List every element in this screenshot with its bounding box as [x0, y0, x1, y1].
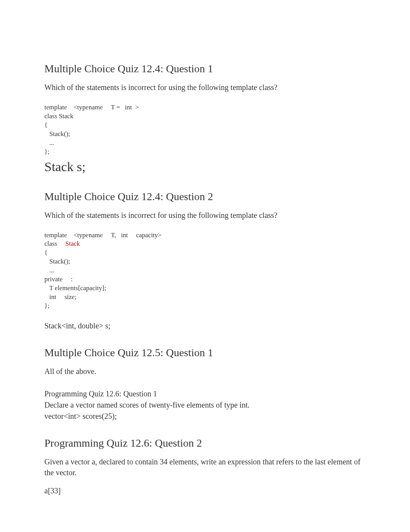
quiz-heading-12-6-q1: Programming Quiz 12.6: Question 1: [44, 388, 366, 399]
question-prompt: Declare a vector named scores of twenty-…: [44, 399, 366, 411]
quiz-heading-12-4-q2: Multiple Choice Quiz 12.4: Question 2: [44, 190, 366, 203]
code-line: template <typename T = int >: [44, 104, 139, 111]
code-line: };: [44, 302, 49, 309]
answer-text: Stack s;: [44, 160, 366, 174]
code-line: int size;: [44, 293, 76, 301]
answer-text: a[33]: [44, 486, 366, 495]
code-line: class Stack: [44, 112, 73, 120]
question-prompt: Given a vector a, declared to contain 34…: [44, 456, 366, 478]
code-line: {: [44, 121, 47, 129]
code-line: T elements[capacity];: [44, 284, 106, 292]
code-token: class: [44, 240, 65, 247]
question-prompt: Which of the statements is incorrect for…: [44, 82, 366, 93]
quiz-heading-12-4-q1: Multiple Choice Quiz 12.4: Question 1: [44, 63, 366, 75]
code-line: private :: [44, 275, 73, 283]
code-line: class Stack: [44, 240, 80, 247]
answer-text: All of the above.: [44, 366, 366, 377]
code-line: ...: [44, 267, 54, 274]
code-line: template <typename T, int capacity>: [44, 231, 162, 239]
code-line: ...: [44, 139, 54, 146]
answer-text: Stack<int, double> s;: [44, 321, 366, 330]
question-prompt: Which of the statements is incorrect for…: [44, 210, 366, 221]
answer-text: vector<int> scores(25);: [44, 412, 366, 421]
quiz-heading-12-5-q1: Multiple Choice Quiz 12.5: Question 1: [44, 347, 366, 359]
code-line: };: [44, 148, 49, 155]
code-line: {: [44, 249, 47, 256]
code-snippet: template <typename T = int > class Stack…: [44, 94, 366, 156]
code-token-classname: Stack: [65, 240, 80, 247]
code-line: Stack();: [44, 258, 70, 265]
quiz-heading-12-6-q2: Programming Quiz 12.6: Question 2: [44, 437, 366, 449]
code-snippet: template <typename T, int capacity> clas…: [44, 222, 366, 311]
code-line: Stack();: [44, 130, 70, 138]
